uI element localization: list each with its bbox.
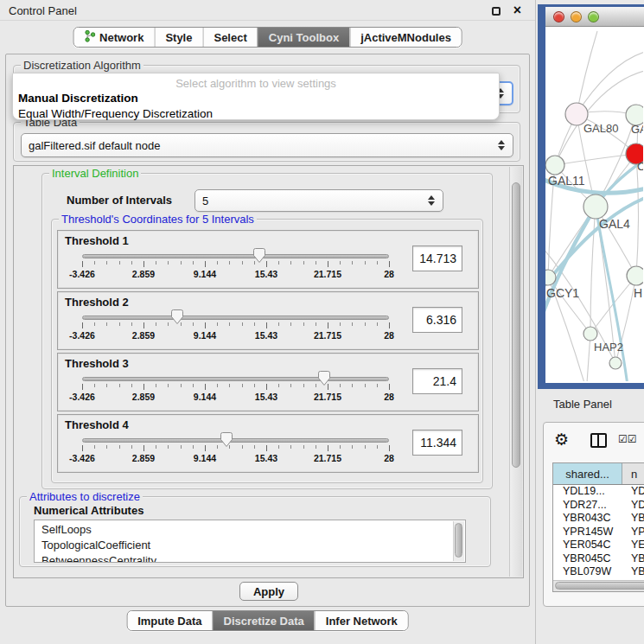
slider-track[interactable] [82,316,389,320]
pane-vertical-scrollbar[interactable] [509,167,522,577]
slider-handle[interactable] [170,309,184,325]
tab-style[interactable]: Style [154,28,202,47]
slider-tick-labels: -3.4262.8599.14415.4321.71528 [82,453,389,465]
network-node-gal11[interactable] [545,156,564,175]
slider-handle[interactable] [252,247,266,264]
attribute-item[interactable]: SelfLoops [41,522,465,538]
attribute-item[interactable]: BetweennessCentrality [41,553,465,563]
slider-track[interactable] [82,377,389,381]
network-edge-highlighted[interactable] [545,207,596,321]
slider-tick [193,384,194,387]
tab-impute-data[interactable]: Impute Data [127,611,212,630]
table-horizontal-scrollbar[interactable] [553,580,644,591]
number-of-intervals-value: 5 [202,194,208,207]
slider-tick [193,261,194,265]
threshold-value-field[interactable]: 14.713 [412,245,462,271]
tab-label: Select [214,31,246,44]
node-label: GAL4 [599,217,630,231]
slider-ticks [82,261,389,267]
attributes-scrollbar[interactable] [453,521,464,561]
interval-definition-title: Interval Definition [49,167,141,180]
close-icon[interactable]: × [513,2,521,19]
network-edge[interactable] [590,207,596,334]
tab-jactivemnodules[interactable]: jActiveMNodules [349,28,462,47]
table-row[interactable]: YBR043CYBR0 [553,512,644,526]
number-of-intervals-select[interactable]: 5 [194,189,443,212]
cell-name: YDR2 [622,499,644,513]
numerical-attributes-label: Numerical Attributes [34,504,143,517]
slider-tick [94,261,95,265]
slider-handle[interactable] [317,370,331,386]
threshold-value-field[interactable]: 11.344 [412,430,462,456]
tab-select[interactable]: Select [202,28,257,47]
table-row[interactable]: YBL079WYBL0 [553,565,644,579]
tab-discretize-data[interactable]: Discretize Data [213,611,315,630]
network-node-gcy1[interactable] [545,270,556,285]
float-window-icon[interactable] [492,7,501,16]
dropdown-option-manual-discretization[interactable]: Manual Discretization [13,90,499,105]
slider-tick [328,445,328,451]
table-row[interactable]: YBR045CYBR0 [553,552,644,566]
network-node-gal4[interactable] [583,194,608,219]
thresholds-group: Threshold's Coordinates for 5 Intervals … [51,219,483,483]
slider-track[interactable] [82,254,389,258]
scrollbar-thumb[interactable] [555,582,644,590]
node-label: GCY1 [546,286,579,300]
table-data-select[interactable]: galFiltered.sif default node [21,133,513,157]
network-edge[interactable] [555,154,636,165]
slider-tick [229,322,230,326]
slider-tick [205,261,206,267]
slider-tick [119,384,120,387]
slider-tick [365,445,366,449]
minimize-traffic-light-icon[interactable] [571,11,582,22]
slider-ticks [82,445,389,451]
scrollbar-thumb[interactable] [512,182,520,468]
column-header-name[interactable]: n [622,463,644,484]
table-row[interactable]: YPR145WYPR1 [553,526,644,539]
slider-tick [106,445,107,449]
slider-handle[interactable] [220,431,233,448]
attributes-listbox[interactable]: SelfLoopsTopologicalCoefficientBetweenne… [34,520,466,563]
network-edge[interactable] [577,31,597,114]
tick-label: 21.715 [314,330,341,341]
node-label: C [637,160,643,173]
network-node-hap2[interactable] [583,327,597,341]
apply-button[interactable]: Apply [239,582,298,601]
table-row[interactable]: YDR27...YDR2 [553,499,644,513]
table-row[interactable]: YER054CYER0 [553,539,644,552]
tick-label: 28 [384,392,394,402]
tick-label: 15.43 [255,330,277,341]
attribute-item[interactable]: TopologicalCoefficient [41,538,465,553]
tab-cyni-toolbox[interactable]: Cyni Toolbox [258,28,349,47]
network-canvas[interactable]: GAL80GACGAL11GAL4GCY1HHAP2 [545,27,644,383]
attributes-group: Attributes to discretize Numerical Attri… [19,496,491,567]
tab-label: Impute Data [137,615,201,628]
network-window-titlebar[interactable] [545,7,644,27]
slider-tick [352,445,353,449]
dropdown-option-equal-width-frequency[interactable]: Equal Width/Frequency Discretization [13,105,499,121]
slider-track[interactable] [82,438,389,443]
column-header-shared-name[interactable]: shared... [553,463,622,484]
threshold-value-field[interactable]: 21.4 [412,368,462,394]
settings-gear-icon[interactable]: ⚙ [554,431,569,448]
zoom-traffic-light-icon[interactable] [588,11,599,22]
threshold-value-field[interactable]: 6.316 [412,307,462,333]
slider-tick [340,384,341,387]
tab-network[interactable]: Network [73,28,154,47]
threshold-panel-4: Threshold 4-3.4262.8599.14415.4321.71528… [57,414,479,473]
close-traffic-light-icon[interactable] [553,11,564,22]
threshold-label: Threshold 3 [65,357,129,370]
column-layout-icon[interactable] [590,433,607,448]
scrollbar-thumb[interactable] [455,523,462,558]
table-row[interactable]: YDL19...YDL1 [553,485,644,499]
number-of-intervals-label: Number of Intervals [67,194,172,207]
network-node[interactable] [609,357,622,369]
tab-infer-network[interactable]: Infer Network [315,611,408,630]
select-columns-icon[interactable]: ☑☑ [618,433,637,445]
slider-tick [106,261,107,265]
slider-tick [316,445,316,449]
threshold-list: Threshold 1-3.4262.8599.14415.4321.71528… [57,230,477,475]
network-node-h[interactable] [627,266,643,285]
slider-tick [131,384,132,387]
slider-tick [278,445,279,449]
